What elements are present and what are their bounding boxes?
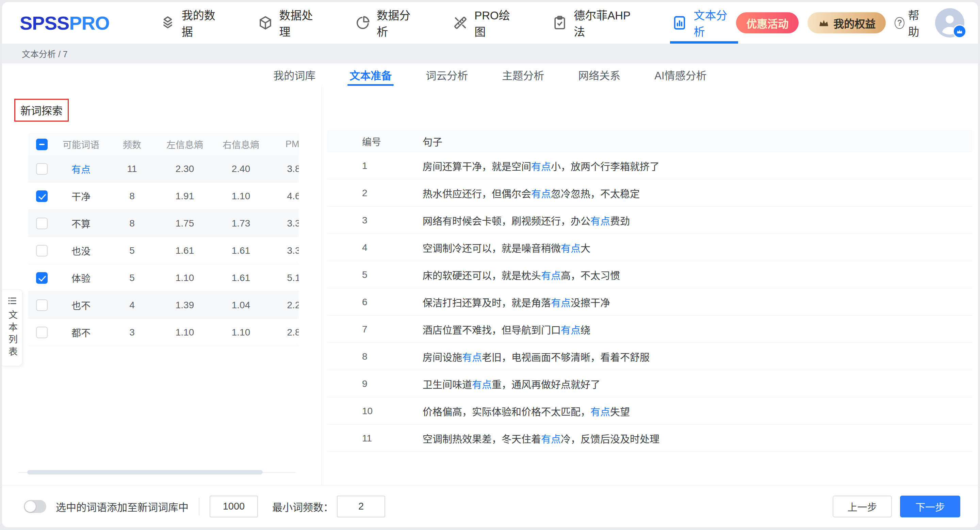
promo-button[interactable]: 优惠活动	[736, 12, 799, 34]
sentence-id: 2	[327, 188, 423, 199]
nav-item-label: 数据分析	[377, 6, 419, 39]
row-checkbox[interactable]	[36, 245, 48, 257]
column-header-right-entropy: 右信息熵	[212, 137, 270, 151]
nav-item-text-analysis[interactable]: 文本分析	[672, 2, 736, 44]
sentence-row: 7 酒店位置不难找，但导航到门口有点绕	[327, 316, 972, 343]
sentence-row: 10 价格偏高，实际体验和价格不太匹配，有点失望	[327, 398, 972, 425]
candidate-word-link[interactable]: 不算	[56, 217, 107, 230]
ruler-pen-icon	[453, 15, 468, 31]
cube-icon	[258, 15, 273, 31]
candidate-word-table: 可能词语 频数 左信息熵 右信息熵 PMI 有点 11 2.30 2.40 3.…	[28, 133, 299, 346]
tab-topic-analysis[interactable]: 主题分析	[502, 63, 544, 86]
right-entropy-value: 1.10	[212, 327, 270, 338]
candidate-word-link[interactable]: 也不	[56, 299, 107, 312]
table-row: 干净 8 1.91 1.10 4.6	[28, 183, 299, 210]
row-checkbox[interactable]	[36, 163, 48, 175]
row-checkbox[interactable]	[36, 218, 48, 229]
tab-wordcloud-analysis[interactable]: 词云分析	[426, 63, 468, 86]
breadcrumb: 文本分析 / 7	[2, 44, 978, 63]
row-checkbox[interactable]	[36, 272, 48, 284]
highlighted-word: 有点	[561, 243, 581, 254]
sentence-text: 空调制冷还可以，就是噪音稍微有点大	[423, 241, 590, 255]
max-words-input[interactable]: 1000	[210, 496, 258, 517]
pmi-value: 5.1	[270, 273, 299, 283]
pmi-value: 2.2	[270, 300, 299, 311]
user-avatar[interactable]	[935, 8, 964, 37]
candidate-word-link[interactable]: 有点	[56, 162, 107, 176]
sentence-text: 酒店位置不难找，但导航到门口有点绕	[423, 322, 590, 337]
sentence-id: 9	[327, 378, 423, 390]
frequency-value: 3	[107, 327, 158, 338]
nav-item-delphi-ahp[interactable]: 德尔菲AHP法	[552, 2, 638, 44]
highlighted-word: 有点	[590, 407, 610, 418]
help-button[interactable]: ? 帮助	[894, 6, 926, 39]
sentence-id: 6	[327, 297, 423, 308]
sentence-text: 热水供应还行，但偶尔会有点忽冷忽热，不太稳定	[423, 186, 640, 200]
nav-item-data-analysis[interactable]: 数据分析	[355, 2, 419, 44]
sentence-id: 10	[327, 405, 423, 417]
sentence-row: 8 房间设施有点老旧，电视画面不够清晰，看着不舒服	[327, 343, 972, 370]
column-header-pmi: PMI	[270, 139, 299, 150]
highlighted-word: 有点	[541, 434, 561, 445]
sentence-text: 房间还算干净，就是空间有点小，放两个行李箱就挤了	[423, 159, 659, 173]
sentence-table: 编号 句子 1 房间还算干净，就是空间有点小，放两个行李箱就挤了 2 热水供应还…	[327, 130, 972, 452]
highlighted-word: 有点	[531, 161, 551, 172]
add-to-lexicon-toggle[interactable]	[24, 500, 46, 513]
pmi-value: 4.6	[270, 191, 299, 202]
right-entropy-value: 2.40	[212, 163, 270, 174]
scrollbar-thumb[interactable]	[27, 470, 263, 474]
tab-network-relation[interactable]: 网络关系	[578, 63, 620, 86]
help-label: 帮助	[908, 6, 926, 39]
sentence-table-header: 编号 句子	[327, 130, 972, 152]
nav-item-my-data[interactable]: 我的数据	[160, 2, 224, 44]
previous-step-button[interactable]: 上一步	[833, 496, 892, 517]
tab-ai-sentiment[interactable]: AI情感分析	[654, 63, 706, 86]
column-header-sentence: 句子	[423, 134, 442, 148]
nav-item-pro-plot[interactable]: PRO绘图	[453, 2, 519, 44]
row-checkbox[interactable]	[36, 190, 48, 202]
tab-text-preparation[interactable]: 文本准备	[350, 63, 392, 86]
sentence-text: 保洁打扫还算及时，就是角落有点没擦干净	[423, 295, 610, 309]
left-entropy-value: 1.75	[158, 218, 212, 229]
nav-item-label: 德尔菲AHP法	[574, 6, 638, 39]
layers-icon	[160, 15, 176, 31]
sentence-text: 空调制热效果差，冬天住着有点冷，反馈后没及时处理	[423, 431, 659, 445]
select-all-checkbox[interactable]	[36, 139, 48, 150]
logo-part-spss: SPSS	[20, 12, 69, 34]
next-step-button[interactable]: 下一步	[900, 496, 960, 517]
column-header-frequency: 频数	[107, 137, 158, 151]
sentence-row: 4 空调制冷还可以，就是噪音稍微有点大	[327, 234, 972, 261]
sentence-id: 11	[327, 433, 423, 444]
new-word-discovery-title: 新词探索	[14, 99, 69, 121]
spsspro-logo[interactable]: SPSSPRO	[20, 12, 110, 34]
benefits-button[interactable]: 我的权益	[808, 12, 886, 34]
nav-item-data-processing[interactable]: 数据处理	[258, 2, 322, 44]
pmi-value: 3.8	[270, 163, 299, 174]
horizontal-scrollbar	[18, 470, 296, 475]
highlighted-word: 有点	[541, 270, 561, 281]
sentence-id: 1	[327, 160, 423, 171]
row-checkbox[interactable]	[36, 299, 48, 311]
sentence-text: 房间设施有点老旧，电视画面不够清晰，看着不舒服	[423, 350, 649, 364]
doc-chart-icon	[672, 15, 687, 31]
app-card: SPSSPRO 我的数据 数据处理 数据分析 PRO绘图 德尔菲AHP法	[2, 2, 978, 527]
tab-my-lexicon[interactable]: 我的词库	[273, 63, 315, 86]
candidate-word-link[interactable]: 也没	[56, 244, 107, 257]
min-frequency-input[interactable]: 2	[337, 496, 385, 517]
table-row: 不算 8 1.75 1.73 3.3	[28, 210, 299, 237]
candidate-word-link[interactable]: 干净	[56, 189, 107, 203]
sentence-id: 5	[327, 270, 423, 280]
candidate-word-link[interactable]: 都不	[56, 326, 107, 339]
left-entropy-value: 1.10	[158, 273, 212, 283]
highlighted-word: 有点	[561, 325, 581, 336]
footer-divider	[199, 498, 199, 516]
highlighted-word: 有点	[551, 298, 571, 309]
text-list-flyout-tab[interactable]: 文本列表	[2, 289, 22, 366]
left-entropy-value: 1.61	[158, 245, 212, 256]
sentence-row: 5 床的软硬还可以，就是枕头有点高，不太习惯	[327, 261, 972, 289]
frequency-value: 8	[107, 191, 158, 202]
benefits-button-label: 我的权益	[833, 15, 875, 31]
row-checkbox[interactable]	[36, 327, 48, 338]
nav-item-label: PRO绘图	[474, 6, 519, 39]
candidate-word-link[interactable]: 体验	[56, 271, 107, 285]
